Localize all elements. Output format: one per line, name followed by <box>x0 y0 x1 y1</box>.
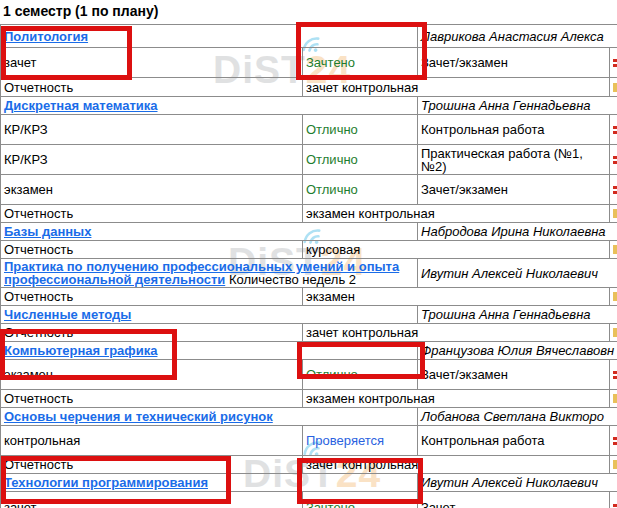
page-title: 1 семестр (1 по плану) <box>3 3 158 19</box>
annotation-box <box>1 456 231 504</box>
clipped-column-cell <box>610 324 617 342</box>
control-type-cell: экзамен <box>1 175 303 205</box>
exam-type-cell: Контрольная работа <box>418 115 610 145</box>
clipped-column-cell <box>610 205 617 223</box>
table-row: Отчетность курсовая <box>1 241 617 259</box>
grades-table: Политология Лаврикова Анастасия Алекса з… <box>0 24 617 508</box>
teacher-name: Французова Юлия Вячеславовн <box>418 342 617 360</box>
clipped-column-cell <box>610 175 617 205</box>
weeks-count-label: Количество недель 2 <box>229 272 356 287</box>
teacher-name: Набродова Ирина Николаевна <box>418 223 617 241</box>
report-label-cell: Отчетность <box>1 390 303 408</box>
table-row: Отчетность экзамен контрольная <box>1 205 617 223</box>
report-value-cell: экзамен контрольная <box>303 390 610 408</box>
table-row: Практика по получению профессиональных у… <box>1 259 617 288</box>
subject-link[interactable]: Численные методы <box>4 307 131 322</box>
report-label-cell: Отчетность <box>1 78 303 97</box>
exam-type-cell: Контрольная работа <box>418 426 610 456</box>
subject-cell: Численные методы <box>1 306 418 324</box>
clipped-column-cell <box>610 145 617 175</box>
grade-cell: Отлично <box>303 145 418 175</box>
grade-cell: Отлично <box>303 115 418 145</box>
teacher-name: Ивутин Алексей Николаевич <box>418 259 617 288</box>
grade-cell: Проверяется <box>303 426 418 456</box>
subject-link[interactable]: Базы данных <box>4 224 91 239</box>
report-value-cell: экзамен <box>303 288 610 306</box>
teacher-name: Лаврикова Анастасия Алекса <box>418 25 617 48</box>
subject-cell: Дискретная математика <box>1 97 418 115</box>
table-row: контрольная Проверяется Контрольная рабо… <box>1 426 617 456</box>
table-row: Дискретная математика Трошина Анна Генна… <box>1 97 617 115</box>
control-type-cell: КР/КРЗ <box>1 115 303 145</box>
annotation-box <box>296 22 427 80</box>
clipped-column-cell <box>610 456 617 474</box>
teacher-name: Трошина Анна Геннадьевна <box>418 97 617 115</box>
exam-type-cell: Зачет/экзамен <box>418 48 610 78</box>
clipped-column-cell <box>610 78 617 97</box>
clipped-column-cell <box>610 360 617 390</box>
control-type-cell: контрольная <box>1 426 303 456</box>
table-row: Отчетность экзамен контрольная <box>1 390 617 408</box>
table-row: КР/КРЗ Отлично Контрольная работа <box>1 115 617 145</box>
exam-type-cell: Практическая работа (№1, №2) <box>418 145 610 175</box>
table-row: Отчетность экзамен <box>1 288 617 306</box>
table-row: Отчетность зачет контрольная <box>1 78 617 97</box>
clipped-column-cell <box>610 426 617 456</box>
annotation-box <box>1 26 132 80</box>
clipped-column-cell <box>610 48 617 78</box>
teacher-name: Лобанова Светлана Викторо <box>418 408 617 426</box>
report-label-cell: Отчетность <box>1 288 303 306</box>
clipped-column-cell <box>610 288 617 306</box>
report-label-cell: Отчетность <box>1 241 303 259</box>
subject-link[interactable]: Дискретная математика <box>4 98 158 113</box>
subject-cell: Практика по получению профессиональных у… <box>1 259 418 288</box>
table-row: экзамен Отлично Зачет/экзамен <box>1 175 617 205</box>
teacher-name: Трошина Анна Геннадьевна <box>418 306 617 324</box>
report-value-cell: зачет контрольная <box>303 78 610 97</box>
annotation-box <box>297 458 423 504</box>
semester-grades-page: 1 семестр (1 по плану) DiST24 DiST24 DiS… <box>0 0 617 508</box>
annotation-box <box>297 342 425 379</box>
report-value-cell: зачет контрольная <box>303 324 610 342</box>
exam-type-cell: Зачет/экзамен <box>418 360 610 390</box>
subject-link[interactable]: Основы черчения и технический рисунок <box>4 409 273 424</box>
annotation-box <box>0 329 177 380</box>
table-row: Численные методы Трошина Анна Геннадьевн… <box>1 306 617 324</box>
clipped-column-cell <box>610 492 617 508</box>
exam-type-cell: Зачет/экзамен <box>418 175 610 205</box>
clipped-column-cell <box>610 241 617 259</box>
report-value-cell: курсовая <box>303 241 610 259</box>
table-row: КР/КРЗ Отлично Практическая работа (№1, … <box>1 145 617 175</box>
teacher-name: Ивутин Алексей Николаевич <box>418 474 617 492</box>
control-type-cell: КР/КРЗ <box>1 145 303 175</box>
table-row: Базы данных Набродова Ирина Николаевна <box>1 223 617 241</box>
grade-cell: Отлично <box>303 175 418 205</box>
clipped-column-cell <box>610 390 617 408</box>
report-label-cell: Отчетность <box>1 205 303 223</box>
table-row: Основы черчения и технический рисунок Ло… <box>1 408 617 426</box>
exam-type-cell: Зачет <box>418 492 610 508</box>
subject-cell: Основы черчения и технический рисунок <box>1 408 418 426</box>
clipped-column-cell <box>610 115 617 145</box>
report-value-cell: экзамен контрольная <box>303 205 610 223</box>
subject-cell: Базы данных <box>1 223 418 241</box>
